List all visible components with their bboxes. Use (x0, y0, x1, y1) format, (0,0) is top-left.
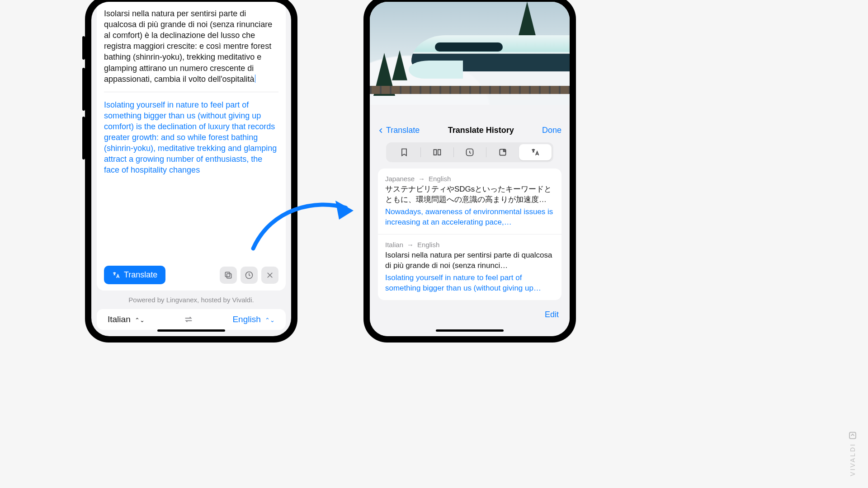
phone-frame-right: Translate Translate History Done (363, 0, 576, 343)
done-button[interactable]: Done (542, 126, 561, 135)
arrow-right-icon: → (418, 175, 425, 183)
updown-icon: ⌃⌄ (135, 317, 145, 324)
vivaldi-watermark: VIVALDI (849, 432, 856, 476)
updown-icon: ⌃⌄ (265, 317, 275, 324)
source-language-label: Italian (108, 314, 131, 324)
history-to: English (429, 175, 451, 183)
source-text[interactable]: Isolarsi nella natura per sentirsi parte… (104, 8, 278, 84)
history-item[interactable]: Italian → English Isolarsi nella natura … (378, 234, 561, 300)
history-languages: Italian → English (385, 241, 554, 249)
history-from: Japanese (385, 175, 415, 183)
target-language-picker[interactable]: English ⌃⌄ (232, 314, 275, 324)
segment-history[interactable] (454, 144, 486, 160)
history-to: English (417, 241, 439, 249)
phone-frame-left: Isolarsi nella natura per sentirsi parte… (85, 0, 297, 343)
edit-button[interactable]: Edit (378, 308, 561, 319)
history-target: Nowadays, awareness of environmental iss… (385, 207, 554, 228)
history-source: サステナビリティやSDGsといったキーワードとともに、環境問題への意識の高まりが… (385, 184, 554, 205)
history-from: Italian (385, 241, 403, 249)
target-language-label: English (232, 314, 260, 324)
translate-button-label: Translate (124, 270, 157, 280)
clock-icon (465, 148, 474, 157)
history-target: Isolating yourself in nature to feel par… (385, 273, 554, 294)
segment-translate[interactable] (519, 144, 552, 160)
source-text-content: Isolarsi nella natura per sentirsi parte… (104, 9, 272, 84)
history-languages: Japanese → English (385, 175, 554, 183)
swap-languages-button[interactable] (184, 314, 193, 324)
home-indicator (157, 329, 225, 332)
copy-button[interactable] (220, 267, 237, 284)
bookmark-icon (400, 148, 409, 157)
segment-readinglist[interactable] (421, 144, 453, 160)
watermark-text: VIVALDI (849, 443, 856, 476)
history-button[interactable] (241, 267, 258, 284)
reading-list-icon (432, 148, 442, 157)
history-item[interactable]: Japanese → English サステナビリティやSDGsといったキーワー… (378, 169, 561, 234)
card-divider (104, 92, 278, 92)
powered-by-label: Powered by Lingvanex, hosted by Vivaldi. (91, 296, 291, 304)
text-caret (255, 75, 255, 83)
hero-image (370, 2, 570, 105)
back-label: Translate (386, 126, 420, 135)
svg-rect-0 (227, 273, 231, 278)
segment-notes[interactable] (486, 144, 519, 160)
translated-text: Isolating yourself in nature to feel par… (104, 99, 278, 176)
copy-icon (224, 271, 233, 280)
svg-rect-1 (225, 272, 230, 277)
segment-bookmarks[interactable] (388, 144, 420, 160)
history-list: Japanese → English サステナビリティやSDGsといったキーワー… (378, 169, 561, 300)
chevron-left-icon (378, 126, 384, 135)
language-bar: Italian ⌃⌄ English ⌃⌄ (97, 309, 286, 330)
swap-icon (184, 314, 193, 324)
source-language-picker[interactable]: Italian ⌃⌄ (108, 314, 145, 324)
history-icon (245, 271, 254, 280)
card-icon-row (220, 267, 278, 284)
arrow-right-icon: → (407, 241, 414, 249)
card-actions: Translate (104, 266, 278, 284)
phone-side-button (82, 117, 85, 160)
sheet-title: Translate History (448, 126, 514, 135)
sheet-header: Translate Translate History Done (378, 117, 561, 142)
vivaldi-logo-icon (849, 432, 856, 439)
translate-icon (112, 271, 120, 279)
arrow-annotation (244, 194, 362, 249)
phone-screen-left: Isolarsi nella natura per sentirsi parte… (91, 2, 291, 336)
translate-icon (530, 148, 540, 157)
home-indicator (436, 329, 504, 332)
back-button[interactable]: Translate (378, 126, 420, 135)
close-icon (266, 271, 274, 279)
note-icon (498, 148, 507, 157)
segmented-control (386, 142, 553, 162)
history-source: Isolarsi nella natura per sentirsi parte… (385, 250, 554, 271)
clear-button[interactable] (261, 267, 278, 284)
train-illustration (411, 35, 570, 85)
translate-button[interactable]: Translate (104, 266, 165, 284)
phone-screen-right: Translate Translate History Done (370, 2, 570, 336)
history-sheet: Translate Translate History Done (370, 117, 570, 336)
